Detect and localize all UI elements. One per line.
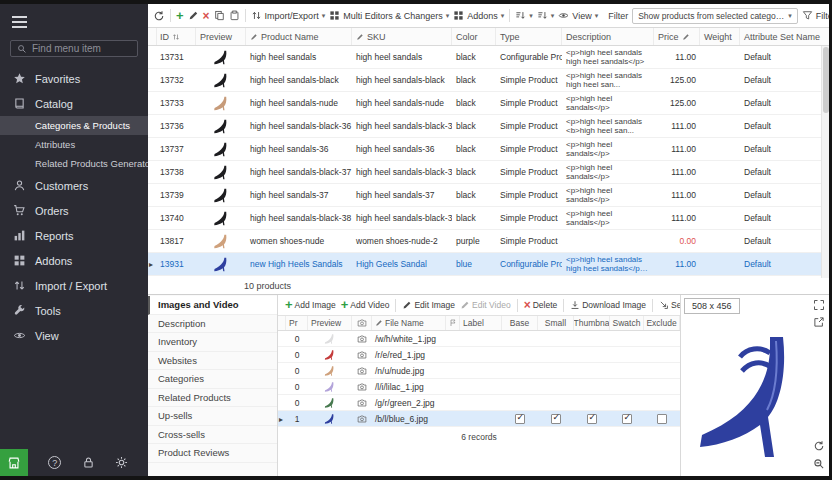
table-row[interactable]: 13740 high heel sandals-black-38 high he… bbox=[148, 207, 829, 230]
store-button[interactable] bbox=[0, 449, 28, 476]
detail-tab[interactable]: Related Products bbox=[148, 389, 277, 408]
hamburger-menu-icon[interactable] bbox=[0, 4, 148, 36]
col-weight[interactable]: Weight bbox=[700, 28, 740, 45]
table-row[interactable]: 13817 women shoes-nude women shoes-nude-… bbox=[148, 230, 829, 253]
image-row[interactable]: 0 /r/e/red_1.jpg bbox=[278, 347, 680, 363]
delete-image-button[interactable]: ×Delete bbox=[524, 300, 558, 310]
download-image-button[interactable]: Download Image bbox=[570, 300, 646, 310]
sidebar-item-tools[interactable]: Tools bbox=[0, 298, 148, 323]
col-image-preview[interactable]: Preview bbox=[308, 316, 352, 330]
col-sku[interactable]: SKU bbox=[352, 28, 452, 45]
delete-product-button[interactable]: × bbox=[203, 11, 210, 21]
detail-tab[interactable]: Websites bbox=[148, 352, 277, 371]
col-camera[interactable] bbox=[352, 316, 372, 330]
sidebar-item-orders[interactable]: Orders bbox=[0, 198, 148, 223]
table-row[interactable]: 13731 high heel sandals high heel sandal… bbox=[148, 46, 829, 69]
image-row[interactable]: 0 /g/r/green_2.jpg bbox=[278, 395, 680, 411]
sidebar-item-reports[interactable]: Reports bbox=[0, 223, 148, 248]
table-row[interactable]: 13737 high heel sandals-36 high heel san… bbox=[148, 138, 829, 161]
detail-tab[interactable]: Up-sells bbox=[148, 407, 277, 426]
multi-editors-menu[interactable]: Multi Editors & Changers▾ bbox=[329, 10, 449, 21]
table-row[interactable]: 13738 high heel sandals-black-37 high he… bbox=[148, 161, 829, 184]
image-row[interactable]: 0 /l/i/lilac_1.jpg bbox=[278, 379, 680, 395]
menu-search-input[interactable] bbox=[32, 43, 131, 54]
add-product-button[interactable]: + bbox=[176, 11, 184, 21]
detail-tab[interactable]: Images and Video bbox=[148, 296, 277, 315]
detail-tab[interactable]: Inventory bbox=[148, 333, 277, 352]
help-button[interactable]: ? bbox=[48, 456, 61, 469]
col-attribute-set-name[interactable]: Attribute Set Name bbox=[740, 28, 829, 45]
addons-menu[interactable]: Addons▾ bbox=[453, 10, 504, 21]
col-label: Description bbox=[566, 32, 611, 42]
sidebar-item-catalog[interactable]: Catalog bbox=[0, 91, 148, 116]
import-export-menu[interactable]: Import/Export▾ bbox=[251, 10, 326, 21]
cell-product-name: new High Heels Sandals bbox=[246, 259, 352, 269]
col-flag[interactable] bbox=[446, 316, 460, 330]
detail-tab[interactable]: Cross-sells bbox=[148, 426, 277, 445]
fullscreen-icon[interactable] bbox=[813, 299, 825, 311]
image-row[interactable]: 0 /n/u/nude.jpg bbox=[278, 363, 680, 379]
add-video-button[interactable]: +Add Video bbox=[341, 300, 390, 310]
sidebar-item-categories-products[interactable]: Categories & Products bbox=[0, 116, 148, 135]
small-checkbox[interactable] bbox=[551, 414, 561, 424]
image-row[interactable]: 0 /w/h/white_1.jpg bbox=[278, 331, 680, 347]
detail-tab[interactable]: Product Reviews bbox=[148, 444, 277, 463]
sidebar-item-attributes[interactable]: Attributes bbox=[0, 135, 148, 154]
base-checkbox[interactable] bbox=[515, 414, 525, 424]
refresh-button[interactable] bbox=[153, 10, 165, 22]
swatch-checkbox[interactable] bbox=[622, 414, 632, 424]
group-button[interactable]: ▾ bbox=[537, 10, 555, 21]
copy-button[interactable] bbox=[214, 10, 225, 21]
sidebar-item-import-export[interactable]: Import / Export bbox=[0, 273, 148, 298]
detail-tab[interactable]: Categories bbox=[148, 370, 277, 389]
zoom-icon[interactable] bbox=[813, 458, 825, 470]
view-menu[interactable]: View▾ bbox=[558, 10, 598, 21]
col-price[interactable]: Price bbox=[654, 28, 700, 45]
edit-product-button[interactable] bbox=[188, 10, 199, 21]
detail-tab[interactable]: Description bbox=[148, 315, 277, 334]
sort-button[interactable]: ▾ bbox=[515, 10, 533, 21]
paste-button[interactable] bbox=[229, 10, 240, 21]
sidebar-item-addons[interactable]: Addons bbox=[0, 248, 148, 273]
vertical-scrollbar[interactable] bbox=[821, 46, 829, 278]
sidebar-item-related-products-generator[interactable]: Related Products Generator bbox=[0, 154, 148, 173]
edit-image-button[interactable]: Edit Image bbox=[402, 300, 455, 310]
col-thumbnail[interactable]: Thumbna bbox=[574, 316, 610, 330]
table-row[interactable]: 13931 new High Heels Sandals High Geels … bbox=[148, 253, 829, 276]
sidebar-item-favorites[interactable]: Favorites bbox=[0, 66, 148, 91]
sidebar-item-customers[interactable]: Customers bbox=[0, 173, 148, 198]
col-image-label[interactable]: Label bbox=[460, 316, 502, 330]
col-position[interactable]: Pr bbox=[286, 316, 308, 330]
lock-icon[interactable] bbox=[82, 456, 95, 469]
open-external-icon[interactable] bbox=[813, 316, 825, 328]
table-row[interactable]: 13736 high heel sandals-black-36 high he… bbox=[148, 115, 829, 138]
add-image-button[interactable]: +Add Image bbox=[285, 300, 336, 310]
refresh-image-icon[interactable] bbox=[813, 440, 825, 452]
filters-button[interactable]: Filters▾ bbox=[802, 10, 829, 21]
col-color[interactable]: Color bbox=[452, 28, 496, 45]
col-base[interactable]: Base bbox=[502, 316, 538, 330]
settings-gear-icon[interactable] bbox=[115, 456, 128, 469]
col-id[interactable]: ID bbox=[156, 28, 196, 45]
col-description[interactable]: Description bbox=[562, 28, 654, 45]
col-product-name[interactable]: Product Name bbox=[246, 28, 352, 45]
table-row[interactable]: 13733 high heel sandals-nude high heel s… bbox=[148, 92, 829, 115]
cell-type: Simple Product bbox=[496, 190, 562, 200]
cell-price: 111.00 bbox=[654, 190, 700, 200]
col-swatch[interactable]: Swatch bbox=[610, 316, 644, 330]
col-small[interactable]: Small bbox=[538, 316, 574, 330]
cell-id: 13733 bbox=[156, 98, 196, 108]
set-resize-rule-button[interactable]: Set Resize Rule▾ bbox=[659, 300, 680, 310]
image-row[interactable]: 1 /b/l/blue_6.jpg bbox=[278, 411, 680, 427]
sidebar-item-view[interactable]: View bbox=[0, 323, 148, 348]
scrollbar-thumb[interactable] bbox=[823, 47, 829, 113]
table-row[interactable]: 13732 high heel sandals-black high heel … bbox=[148, 69, 829, 92]
category-filter-select[interactable]: Show products from selected categories▾ bbox=[632, 8, 798, 24]
col-preview[interactable]: Preview bbox=[196, 28, 246, 45]
exclude-checkbox[interactable] bbox=[657, 414, 667, 424]
col-exclude[interactable]: Exclude bbox=[644, 316, 680, 330]
col-file-name[interactable]: File Name bbox=[372, 316, 446, 330]
thumbnail-checkbox[interactable] bbox=[587, 414, 597, 424]
col-type[interactable]: Type bbox=[496, 28, 562, 45]
table-row[interactable]: 13739 high heel sandals-37 high heel san… bbox=[148, 184, 829, 207]
